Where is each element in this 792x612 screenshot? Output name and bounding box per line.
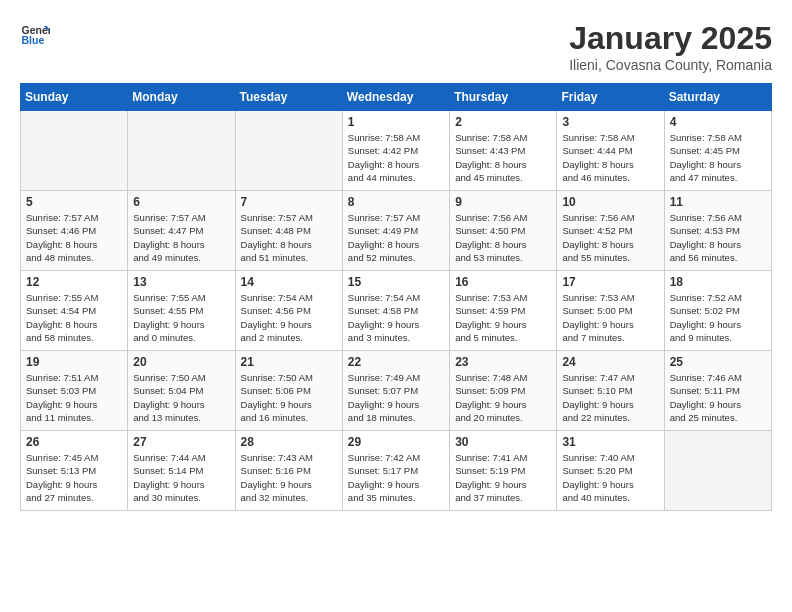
day-info: Sunrise: 7:58 AM Sunset: 4:42 PM Dayligh… (348, 131, 444, 184)
calendar-cell: 1Sunrise: 7:58 AM Sunset: 4:42 PM Daylig… (342, 111, 449, 191)
day-number: 25 (670, 355, 766, 369)
day-number: 1 (348, 115, 444, 129)
logo-icon: General Blue (20, 20, 50, 50)
day-number: 16 (455, 275, 551, 289)
calendar-cell: 13Sunrise: 7:55 AM Sunset: 4:55 PM Dayli… (128, 271, 235, 351)
weekday-header-sunday: Sunday (21, 84, 128, 111)
day-info: Sunrise: 7:58 AM Sunset: 4:44 PM Dayligh… (562, 131, 658, 184)
day-number: 13 (133, 275, 229, 289)
calendar-cell: 18Sunrise: 7:52 AM Sunset: 5:02 PM Dayli… (664, 271, 771, 351)
day-number: 31 (562, 435, 658, 449)
day-number: 12 (26, 275, 122, 289)
day-info: Sunrise: 7:57 AM Sunset: 4:48 PM Dayligh… (241, 211, 337, 264)
day-info: Sunrise: 7:50 AM Sunset: 5:04 PM Dayligh… (133, 371, 229, 424)
day-number: 22 (348, 355, 444, 369)
calendar-cell: 24Sunrise: 7:47 AM Sunset: 5:10 PM Dayli… (557, 351, 664, 431)
day-info: Sunrise: 7:55 AM Sunset: 4:54 PM Dayligh… (26, 291, 122, 344)
day-info: Sunrise: 7:41 AM Sunset: 5:19 PM Dayligh… (455, 451, 551, 504)
day-info: Sunrise: 7:57 AM Sunset: 4:46 PM Dayligh… (26, 211, 122, 264)
calendar-cell: 5Sunrise: 7:57 AM Sunset: 4:46 PM Daylig… (21, 191, 128, 271)
calendar-cell: 26Sunrise: 7:45 AM Sunset: 5:13 PM Dayli… (21, 431, 128, 511)
calendar-cell: 8Sunrise: 7:57 AM Sunset: 4:49 PM Daylig… (342, 191, 449, 271)
calendar-cell: 4Sunrise: 7:58 AM Sunset: 4:45 PM Daylig… (664, 111, 771, 191)
calendar-cell: 2Sunrise: 7:58 AM Sunset: 4:43 PM Daylig… (450, 111, 557, 191)
day-info: Sunrise: 7:42 AM Sunset: 5:17 PM Dayligh… (348, 451, 444, 504)
weekday-header-wednesday: Wednesday (342, 84, 449, 111)
day-number: 24 (562, 355, 658, 369)
day-number: 2 (455, 115, 551, 129)
calendar-cell: 31Sunrise: 7:40 AM Sunset: 5:20 PM Dayli… (557, 431, 664, 511)
calendar-cell: 17Sunrise: 7:53 AM Sunset: 5:00 PM Dayli… (557, 271, 664, 351)
day-info: Sunrise: 7:56 AM Sunset: 4:53 PM Dayligh… (670, 211, 766, 264)
day-number: 6 (133, 195, 229, 209)
calendar-cell: 30Sunrise: 7:41 AM Sunset: 5:19 PM Dayli… (450, 431, 557, 511)
day-number: 15 (348, 275, 444, 289)
calendar-cell: 11Sunrise: 7:56 AM Sunset: 4:53 PM Dayli… (664, 191, 771, 271)
day-info: Sunrise: 7:58 AM Sunset: 4:43 PM Dayligh… (455, 131, 551, 184)
day-number: 7 (241, 195, 337, 209)
day-number: 4 (670, 115, 766, 129)
day-info: Sunrise: 7:46 AM Sunset: 5:11 PM Dayligh… (670, 371, 766, 424)
calendar-cell: 6Sunrise: 7:57 AM Sunset: 4:47 PM Daylig… (128, 191, 235, 271)
calendar-cell: 7Sunrise: 7:57 AM Sunset: 4:48 PM Daylig… (235, 191, 342, 271)
day-number: 17 (562, 275, 658, 289)
calendar-cell: 3Sunrise: 7:58 AM Sunset: 4:44 PM Daylig… (557, 111, 664, 191)
day-info: Sunrise: 7:58 AM Sunset: 4:45 PM Dayligh… (670, 131, 766, 184)
calendar-cell: 9Sunrise: 7:56 AM Sunset: 4:50 PM Daylig… (450, 191, 557, 271)
calendar-cell (128, 111, 235, 191)
calendar-table: SundayMondayTuesdayWednesdayThursdayFrid… (20, 83, 772, 511)
day-info: Sunrise: 7:57 AM Sunset: 4:47 PM Dayligh… (133, 211, 229, 264)
day-info: Sunrise: 7:48 AM Sunset: 5:09 PM Dayligh… (455, 371, 551, 424)
weekday-header-saturday: Saturday (664, 84, 771, 111)
day-info: Sunrise: 7:57 AM Sunset: 4:49 PM Dayligh… (348, 211, 444, 264)
calendar-cell: 12Sunrise: 7:55 AM Sunset: 4:54 PM Dayli… (21, 271, 128, 351)
calendar-cell: 20Sunrise: 7:50 AM Sunset: 5:04 PM Dayli… (128, 351, 235, 431)
calendar-cell: 29Sunrise: 7:42 AM Sunset: 5:17 PM Dayli… (342, 431, 449, 511)
day-info: Sunrise: 7:50 AM Sunset: 5:06 PM Dayligh… (241, 371, 337, 424)
day-number: 20 (133, 355, 229, 369)
day-number: 29 (348, 435, 444, 449)
day-number: 8 (348, 195, 444, 209)
calendar-cell: 14Sunrise: 7:54 AM Sunset: 4:56 PM Dayli… (235, 271, 342, 351)
day-info: Sunrise: 7:44 AM Sunset: 5:14 PM Dayligh… (133, 451, 229, 504)
day-number: 30 (455, 435, 551, 449)
day-info: Sunrise: 7:52 AM Sunset: 5:02 PM Dayligh… (670, 291, 766, 344)
weekday-header-thursday: Thursday (450, 84, 557, 111)
week-row-4: 19Sunrise: 7:51 AM Sunset: 5:03 PM Dayli… (21, 351, 772, 431)
week-row-1: 1Sunrise: 7:58 AM Sunset: 4:42 PM Daylig… (21, 111, 772, 191)
calendar-subtitle: Ilieni, Covasna County, Romania (569, 57, 772, 73)
day-number: 27 (133, 435, 229, 449)
calendar-title: January 2025 (569, 20, 772, 57)
calendar-cell: 28Sunrise: 7:43 AM Sunset: 5:16 PM Dayli… (235, 431, 342, 511)
calendar-cell: 23Sunrise: 7:48 AM Sunset: 5:09 PM Dayli… (450, 351, 557, 431)
week-row-2: 5Sunrise: 7:57 AM Sunset: 4:46 PM Daylig… (21, 191, 772, 271)
day-number: 9 (455, 195, 551, 209)
day-info: Sunrise: 7:54 AM Sunset: 4:58 PM Dayligh… (348, 291, 444, 344)
calendar-cell (235, 111, 342, 191)
day-number: 28 (241, 435, 337, 449)
day-number: 11 (670, 195, 766, 209)
calendar-cell: 19Sunrise: 7:51 AM Sunset: 5:03 PM Dayli… (21, 351, 128, 431)
week-row-5: 26Sunrise: 7:45 AM Sunset: 5:13 PM Dayli… (21, 431, 772, 511)
week-row-3: 12Sunrise: 7:55 AM Sunset: 4:54 PM Dayli… (21, 271, 772, 351)
day-number: 19 (26, 355, 122, 369)
calendar-cell (664, 431, 771, 511)
calendar-cell: 21Sunrise: 7:50 AM Sunset: 5:06 PM Dayli… (235, 351, 342, 431)
weekday-header-monday: Monday (128, 84, 235, 111)
day-info: Sunrise: 7:40 AM Sunset: 5:20 PM Dayligh… (562, 451, 658, 504)
day-number: 3 (562, 115, 658, 129)
calendar-cell: 10Sunrise: 7:56 AM Sunset: 4:52 PM Dayli… (557, 191, 664, 271)
title-block: January 2025 Ilieni, Covasna County, Rom… (569, 20, 772, 73)
day-info: Sunrise: 7:56 AM Sunset: 4:50 PM Dayligh… (455, 211, 551, 264)
calendar-cell: 16Sunrise: 7:53 AM Sunset: 4:59 PM Dayli… (450, 271, 557, 351)
day-info: Sunrise: 7:49 AM Sunset: 5:07 PM Dayligh… (348, 371, 444, 424)
calendar-cell: 22Sunrise: 7:49 AM Sunset: 5:07 PM Dayli… (342, 351, 449, 431)
day-number: 10 (562, 195, 658, 209)
day-info: Sunrise: 7:43 AM Sunset: 5:16 PM Dayligh… (241, 451, 337, 504)
page-header: General Blue January 2025 Ilieni, Covasn… (20, 20, 772, 73)
weekday-header-tuesday: Tuesday (235, 84, 342, 111)
calendar-cell (21, 111, 128, 191)
weekday-header-row: SundayMondayTuesdayWednesdayThursdayFrid… (21, 84, 772, 111)
weekday-header-friday: Friday (557, 84, 664, 111)
calendar-cell: 27Sunrise: 7:44 AM Sunset: 5:14 PM Dayli… (128, 431, 235, 511)
